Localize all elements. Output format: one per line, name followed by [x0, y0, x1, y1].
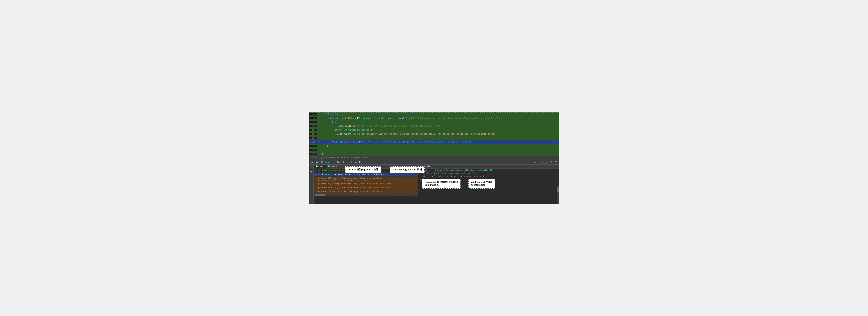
code-line-349: 349 @Override [309, 112, 559, 116]
frame-item[interactable]: run:508, ClientCnxn$EventThread (org.apa… [314, 190, 418, 194]
main-container: 349 @Override 350 ↑ public void childCha… [309, 112, 559, 204]
line-content: notifier.notify(children); notifier: Zoo… [321, 141, 472, 143]
frame-text: processEvent:533, ClientCnxn$EventThread… [318, 187, 393, 189]
sidebar-controls: ⏸ 📷 [309, 165, 314, 204]
panel-header: Frames Threads [314, 165, 418, 169]
variable-item: ▼ this = ZookeeperRegistry$RegistryChild… [418, 169, 559, 172]
frame-item[interactable]: ■ childChanged:356, ZookeeperRegistry$Re… [314, 173, 418, 177]
frame-item[interactable]: process:83, NamespaceWatcher (org.apache… [314, 182, 418, 186]
line-content: logger.warn("Zookeeper children listener… [321, 133, 501, 135]
frame-pause-icon: ■ [315, 173, 316, 175]
var-value: "/limb.cloud.facade.demo.DemoFacade/prov… [434, 175, 488, 177]
line-content: } [321, 137, 334, 139]
line-number: 359 [309, 153, 317, 155]
frame-item[interactable]: process:383, CuratorZookeeperClient$Cura… [314, 177, 418, 182]
line-content: @Override [321, 113, 339, 116]
tab-endpoints[interactable]: Endpoints [350, 161, 362, 164]
var-name: ▶ /limb.cloud.facade.demo.DemoFacade/pro… [423, 172, 478, 174]
app-name: Dubbo20SubscribeConsumerApplication [324, 156, 369, 159]
code-line-358: 358 [309, 148, 559, 152]
line-content: } [321, 145, 328, 147]
line-marker: ✖ [317, 141, 321, 143]
debug-bar: Debug: 🐛 Dubbo20SubscribeConsumerApplica… [309, 156, 559, 160]
variables-header: Variables [418, 165, 559, 169]
expand-icon[interactable]: ▼ [420, 169, 422, 171]
debug-toolbar: ▶ ⏹ Debugger | Console | Endpoints ≡ ↓ ↑… [309, 160, 559, 165]
line-number: 353 [309, 129, 317, 131]
var-equals: = [433, 178, 435, 180]
line-content: try { [321, 121, 339, 124]
frame-text: "main-EventThread"@4,805 in group "main"… [317, 169, 375, 172]
close-tab-icon[interactable]: × [371, 156, 372, 159]
var-equals: = [432, 175, 434, 177]
step-into-button[interactable]: ↓ [537, 161, 540, 164]
code-line-355: 355 } [309, 136, 559, 140]
var-value: ZookeeperRegistry$RegistryChildListenerI… [435, 169, 492, 171]
code-line-359: 359 } [309, 152, 559, 156]
debugger-panel: ⏸ 📷 Frames Threads ✔ "main-EventThread"@… [309, 165, 559, 204]
vertical-scrollbar[interactable] [557, 186, 559, 204]
run-to-cursor-button[interactable]: ↗ [545, 161, 548, 164]
tab-threads[interactable]: Threads [326, 165, 339, 169]
line-content: public void childChanged(String path, Li… [321, 117, 501, 119]
frame-list: ✔ "main-EventThread"@4,805 in group "mai… [314, 169, 418, 194]
frame-check-icon: ✔ [315, 169, 316, 172]
frame-text: run:508, ClientCnxn$EventThread (org.apa… [318, 191, 382, 193]
frames-button[interactable]: ☰ [554, 161, 557, 164]
tab-debugger[interactable]: Debugger [320, 161, 332, 164]
debug-label: Debug: [311, 156, 319, 159]
debugger-section: ⏸ 📷 Frames Threads ✔ "main-EventThread"@… [309, 165, 559, 204]
tab-frames[interactable]: Frames [314, 165, 326, 169]
console-divider2: | [347, 161, 349, 164]
frame-text: process:83, NamespaceWatcher (org.apache… [318, 183, 394, 185]
line-number: 351 [309, 121, 317, 124]
line-number: 356 [309, 141, 317, 143]
var-name: children [422, 178, 433, 180]
line-number: 352 [309, 125, 317, 127]
frame-item[interactable]: processEvent:533, ClientCnxn$EventThread… [314, 186, 418, 190]
code-line-350: 350 ↑ public void childChanged(String pa… [309, 116, 559, 120]
variable-item: path = "/limb.cloud.facade.demo.DemoFaca… [418, 175, 559, 178]
variables-panel: Variables ▼ this = ZookeeperRegistry$Reg… [418, 165, 559, 204]
var-name: path [421, 175, 432, 177]
line-number: 354 [309, 133, 317, 135]
line-content: } catch (InterruptedException e) { [321, 129, 376, 131]
line-number: 355 [309, 137, 317, 139]
tab-console[interactable]: Console [336, 161, 346, 164]
line-number: 358 [309, 149, 317, 151]
code-editor: 349 @Override 350 ↑ public void childCha… [309, 112, 559, 156]
var-equals: = [433, 169, 435, 171]
stop-button[interactable]: ⏹ [315, 161, 319, 164]
line-number: 350 [309, 117, 317, 119]
code-line-357: 357 } [309, 144, 559, 148]
code-line-356: 356 ✖ notifier.notify(children); notifie… [309, 140, 559, 144]
expand-icon[interactable]: ▶ [420, 178, 422, 181]
camera-icon[interactable]: 📷 [310, 170, 313, 173]
code-line-354: 354 logger.warn("Zookeeper children list… [309, 132, 559, 136]
variable-item: ▶ /limb.cloud.facade.demo.DemoFacade/pro… [418, 172, 559, 175]
var-name: this [422, 169, 433, 171]
console-divider: | [333, 161, 335, 164]
line-marker: ↑ [317, 117, 321, 119]
evaluate-button[interactable]: ⊡ [549, 161, 553, 164]
line-number: 357 [309, 145, 317, 147]
horizontal-scrollbar[interactable] [314, 194, 418, 196]
pause-button[interactable]: ⏸ [310, 166, 313, 169]
line-content: } [321, 152, 323, 155]
variable-item: ▶ children = [418, 178, 559, 181]
frame-text: process:383, CuratorZookeeperClient$Cura… [318, 177, 417, 181]
step-over-button[interactable]: ≡ [534, 161, 536, 164]
debug-icon: 🐛 [320, 156, 323, 159]
step-out-button[interactable]: ↑ [541, 161, 544, 164]
resume-button[interactable]: ▶ [311, 161, 314, 164]
scroll-thumb-v[interactable] [557, 187, 559, 192]
frames-panel: Frames Threads ✔ "main-EventThread"@4,80… [314, 165, 418, 204]
line-number: 349 [309, 113, 317, 115]
frame-item[interactable]: ✔ "main-EventThread"@4,805 in group "mai… [314, 169, 418, 173]
code-line-351: 351 try { [309, 120, 559, 124]
scroll-thumb[interactable] [314, 194, 325, 196]
line-content: latch.await(); latch: "java.util.concurr… [321, 125, 440, 128]
frame-text: childChanged:356, ZookeeperRegistry$Regi… [317, 173, 385, 175]
code-line-352: 352 latch.await(); latch: "java.util.con… [309, 124, 559, 128]
code-line-353: 353 } catch (InterruptedException e) { [309, 128, 559, 132]
